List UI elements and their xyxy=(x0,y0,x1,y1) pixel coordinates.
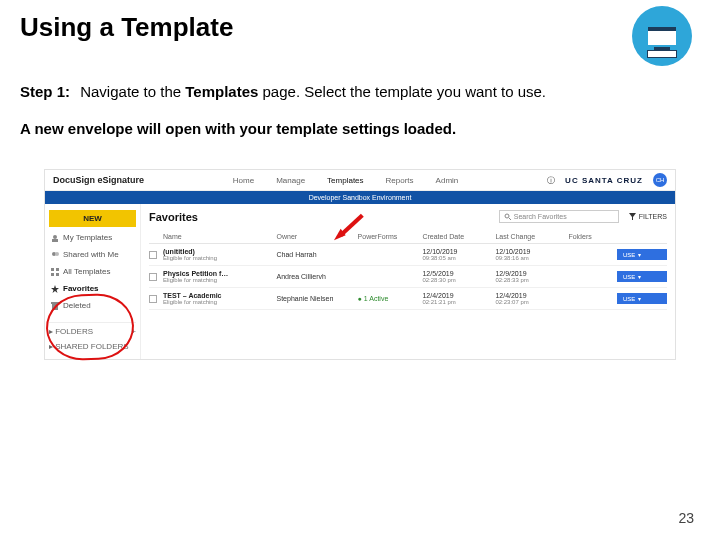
help-icon[interactable]: ⓘ xyxy=(547,175,555,186)
page-title: Using a Template xyxy=(20,12,700,43)
new-button[interactable]: NEW xyxy=(49,210,136,227)
use-button[interactable]: USE▾ xyxy=(617,293,667,304)
svg-point-13 xyxy=(505,214,509,218)
svg-rect-12 xyxy=(51,302,59,304)
checkbox[interactable] xyxy=(149,273,157,281)
svg-rect-3 xyxy=(52,239,58,242)
svg-rect-8 xyxy=(51,273,54,276)
step-label: Step 1: xyxy=(20,83,70,100)
top-nav: Home Manage Templates Reports Admin xyxy=(233,176,458,185)
table-row[interactable]: (unititled)Eligible for matching Chad Ha… xyxy=(149,244,667,266)
sidebar-item-my-templates[interactable]: My Templates xyxy=(49,231,136,244)
main-heading: Favorites xyxy=(149,211,198,223)
table-row[interactable]: TEST – AcademicEligible for matching Ste… xyxy=(149,288,667,310)
table-row[interactable]: Physics Petition f…Eligible for matching… xyxy=(149,266,667,288)
svg-rect-9 xyxy=(56,273,59,276)
filter-icon xyxy=(629,213,636,220)
svg-marker-10 xyxy=(51,285,59,293)
main-panel: Favorites Search Favorites FILTERS Name … xyxy=(141,204,675,359)
sidebar-item-deleted[interactable]: Deleted xyxy=(49,299,136,312)
page-number: 23 xyxy=(678,510,694,526)
search-icon xyxy=(504,213,511,220)
checkbox[interactable] xyxy=(149,295,157,303)
step-instruction: Step 1: Navigate to the Templates page. … xyxy=(20,83,700,100)
nav-reports[interactable]: Reports xyxy=(386,176,414,185)
nav-admin[interactable]: Admin xyxy=(436,176,459,185)
filters-button[interactable]: FILTERS xyxy=(629,213,667,220)
chevron-down-icon: ▾ xyxy=(638,295,641,302)
svg-rect-6 xyxy=(51,268,54,271)
checkbox[interactable] xyxy=(149,251,157,259)
chevron-down-icon: ▾ xyxy=(638,273,641,280)
org-label: UC SANTA CRUZ xyxy=(565,176,643,185)
user-icon xyxy=(51,234,59,242)
brand-label: DocuSign eSignature xyxy=(53,175,144,185)
sidebar-folders[interactable]: ▸ FOLDERS + xyxy=(49,322,136,336)
env-banner: Developer Sandbox Environment xyxy=(45,191,675,204)
search-input[interactable]: Search Favorites xyxy=(499,210,619,223)
computer-icon xyxy=(632,6,692,66)
trash-icon xyxy=(51,302,59,310)
grid-icon xyxy=(51,268,59,276)
star-icon xyxy=(51,285,59,293)
nav-home[interactable]: Home xyxy=(233,176,254,185)
avatar[interactable]: CH xyxy=(653,173,667,187)
add-folder-button[interactable]: + xyxy=(131,327,136,336)
sidebar-shared-folders[interactable]: ▸ SHARED FOLDERS xyxy=(49,340,136,353)
use-button[interactable]: USE▾ xyxy=(617,271,667,282)
chevron-down-icon: ▾ xyxy=(638,251,641,258)
svg-marker-15 xyxy=(629,213,636,220)
result-text: A new envelope will open with your templ… xyxy=(20,120,700,137)
nav-templates[interactable]: Templates xyxy=(327,176,363,185)
app-screenshot: DocuSign eSignature Home Manage Template… xyxy=(44,169,676,360)
nav-manage[interactable]: Manage xyxy=(276,176,305,185)
app-topbar: DocuSign eSignature Home Manage Template… xyxy=(45,170,675,191)
svg-point-5 xyxy=(55,252,59,256)
svg-rect-11 xyxy=(52,304,58,310)
users-icon xyxy=(51,251,59,259)
svg-point-2 xyxy=(53,235,57,239)
svg-line-14 xyxy=(509,218,511,220)
sidebar-item-all[interactable]: All Templates xyxy=(49,265,136,278)
sidebar: NEW My Templates Shared with Me All Temp… xyxy=(45,204,141,359)
sidebar-item-shared[interactable]: Shared with Me xyxy=(49,248,136,261)
svg-rect-7 xyxy=(56,268,59,271)
use-button[interactable]: USE▾ xyxy=(617,249,667,260)
table-header: Name Owner PowerForms Created Date Last … xyxy=(149,229,667,244)
sidebar-item-favorites[interactable]: Favorites xyxy=(49,282,136,295)
